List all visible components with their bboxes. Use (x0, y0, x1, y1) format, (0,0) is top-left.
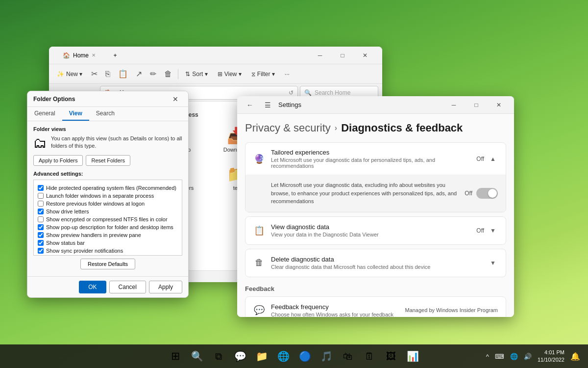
taskbar-right: ^ ⌨ 🌐 🔊 4:01 PM 11/10/2022 🔔 (484, 349, 582, 364)
tailored-sub-row: Let Microsoft use your diagnostic data, … (245, 175, 506, 212)
delete-diagnostic-row[interactable]: 🗑 Delete diagnostic data Clear diagnosti… (245, 249, 506, 277)
edge-button[interactable]: 🌐 (273, 346, 293, 366)
calendar-button[interactable]: 🗓 (360, 346, 379, 366)
taskview-button[interactable]: ⧉ (209, 346, 228, 366)
tray-arrow[interactable]: ^ (484, 351, 491, 362)
tab-general[interactable]: General (27, 107, 62, 121)
advanced-settings-item-1[interactable]: Launch folder windows in a separate proc… (36, 192, 180, 200)
advanced-settings-item-2[interactable]: Restore previous folder windows at logon (36, 200, 180, 208)
tailored-sub-control: Off (465, 188, 498, 199)
settings-menu-button[interactable]: ☰ (261, 98, 274, 112)
restore-defaults-button[interactable]: Restore Defaults (80, 259, 135, 269)
toolbar-icon-cut[interactable]: ✂ (88, 67, 100, 80)
feedback-header: Feedback (245, 281, 506, 294)
settings-titlebar-left: ← ☰ Settings (243, 98, 301, 112)
taskbar-clock[interactable]: 4:01 PM 11/10/2022 (538, 349, 564, 364)
volume-icon[interactable]: 🔊 (522, 351, 534, 362)
taskbar-explorer[interactable]: 📁 (252, 346, 271, 366)
more-button[interactable]: ··· (281, 69, 294, 79)
terminal-button[interactable]: 📊 (403, 346, 422, 366)
dialog-footer: OK Cancel Apply (27, 276, 188, 297)
new-tab-btn[interactable]: + (107, 49, 123, 62)
settings-close-button[interactable]: ✕ (488, 96, 510, 114)
tailored-experiences-title: Tailored experiences (271, 149, 470, 156)
advanced-settings-item-0[interactable]: Hide protected operating system files (R… (36, 184, 180, 192)
tab-home-label: Home (73, 52, 89, 59)
advanced-settings-item-7[interactable]: Show status bar (36, 239, 180, 247)
sort-icon: ⇅ (185, 71, 190, 78)
feedback-section: 💬 Feedback frequency Choose how often Wi… (245, 296, 506, 317)
sort-button[interactable]: ⇅ Sort ▾ (181, 69, 211, 79)
tailored-experiences-control: Off ▲ (476, 154, 498, 164)
delete-diagnostic-title: Delete diagnostic data (271, 256, 482, 263)
views-buttons: Apply to Folders Reset Folders (33, 155, 182, 166)
reset-folders-button[interactable]: Reset Folders (86, 155, 130, 166)
tab-view[interactable]: View (62, 107, 89, 121)
explorer-window-controls: ─ □ ✕ (309, 47, 376, 64)
feedback-control: Managed by Windows Insider Program (405, 307, 498, 313)
tab-search[interactable]: Search (89, 107, 122, 121)
delete-diagnostic-control: ▼ (488, 258, 498, 268)
notification-icon[interactable]: 🔔 (568, 350, 582, 363)
settings-back-button[interactable]: ← (243, 98, 257, 112)
view-diagnostic-row[interactable]: 📋 View diagnostic data View your data in… (245, 217, 506, 244)
edge-icon2[interactable]: 🔵 (295, 346, 315, 366)
tailored-toggle[interactable] (476, 188, 498, 199)
toolbar-icon-copy[interactable]: ⎘ (102, 68, 113, 80)
advanced-settings-item-9[interactable]: Use check boxes to select items (36, 255, 180, 256)
toolbar-icon-delete[interactable]: 🗑 (161, 68, 175, 80)
view-diagnostic-section: 📋 View diagnostic data View your data in… (245, 216, 506, 245)
new-button[interactable]: ✨ New ▾ (53, 69, 86, 79)
maximize-button[interactable]: □ (331, 47, 354, 64)
store-button[interactable]: 🛍 (338, 346, 358, 366)
dialog-close-button[interactable]: ✕ (169, 92, 182, 106)
filter-button[interactable]: ⧖ Filter ▾ (247, 69, 279, 79)
toolbar-icon-share[interactable]: ↗ (133, 67, 145, 80)
delete-diagnostic-text: Delete diagnostic data Clear diagnostic … (271, 256, 482, 270)
search-taskbar-button[interactable]: 🔍 (187, 346, 207, 366)
apply-button[interactable]: Apply (149, 281, 182, 293)
tab-close-icon[interactable]: ✕ (92, 53, 96, 58)
view-button[interactable]: ⊞ View ▾ (214, 69, 245, 79)
keyboard-icon[interactable]: ⌨ (493, 351, 506, 362)
apply-to-folders-button[interactable]: Apply to Folders (33, 155, 83, 166)
close-button[interactable]: ✕ (354, 47, 376, 64)
minimize-button[interactable]: ─ (309, 47, 331, 64)
delete-diagnostic-icon: 🗑 (253, 257, 265, 269)
plus-icon: + (114, 52, 117, 59)
advanced-settings-item-8[interactable]: Show sync provider notifications (36, 247, 180, 255)
settings-header: Privacy & security › Diagnostics & feedb… (245, 122, 506, 134)
network-icon[interactable]: 🌐 (508, 351, 520, 362)
filter-icon: ⧖ (251, 71, 255, 78)
photos-button[interactable]: 🖼 (381, 346, 401, 366)
cancel-button[interactable]: Cancel (109, 281, 146, 293)
view-diagnostic-chevron[interactable]: ▼ (488, 225, 498, 236)
advanced-settings-item-5[interactable]: Show pop-up description for folder and d… (36, 223, 180, 231)
settings-window-controls: ─ □ ✕ (442, 96, 510, 114)
tailored-experiences-desc: Let Microsoft use your diagnostic data f… (271, 157, 470, 169)
toolbar-separator (178, 69, 178, 79)
folder-views-label: Folder views (33, 126, 182, 132)
ok-button[interactable]: OK (79, 281, 106, 293)
settings-minimize-button[interactable]: ─ (442, 96, 465, 114)
feedback-frequency-row[interactable]: 💬 Feedback frequency Choose how often Wi… (245, 297, 506, 317)
advanced-settings-item-4[interactable]: Show encrypted or compressed NTFS files … (36, 215, 180, 223)
explorer-tab-home[interactable]: 🏠 Home ✕ (55, 49, 103, 62)
delete-diagnostic-chevron[interactable]: ▼ (488, 258, 498, 268)
chat-button[interactable]: 💬 (230, 346, 250, 366)
settings-maximize-button[interactable]: □ (465, 96, 488, 114)
start-button[interactable]: ⊞ (166, 346, 185, 366)
toolbar-icon-paste[interactable]: 📋 (115, 67, 131, 80)
tailored-experiences-row[interactable]: 🔮 Tailored experiences Let Microsoft use… (245, 143, 506, 175)
music-button[interactable]: 🎵 (317, 346, 336, 366)
advanced-settings-item-3[interactable]: Show drive letters (36, 208, 180, 215)
tailored-sub-value: Off (465, 190, 472, 197)
advanced-settings-item-6[interactable]: Show preview handlers in preview pane (36, 231, 180, 239)
toolbar-icon-rename[interactable]: ✏ (147, 67, 159, 80)
feedback-text: Feedback frequency Choose how often Wind… (271, 303, 399, 317)
refresh-icon[interactable]: ↺ (289, 89, 294, 96)
tailored-expand-chevron[interactable]: ▲ (488, 154, 498, 164)
time-display: 4:01 PM (538, 349, 564, 356)
search-icon: 🔍 (304, 89, 312, 96)
dialog-tabs: General View Search (27, 107, 188, 121)
